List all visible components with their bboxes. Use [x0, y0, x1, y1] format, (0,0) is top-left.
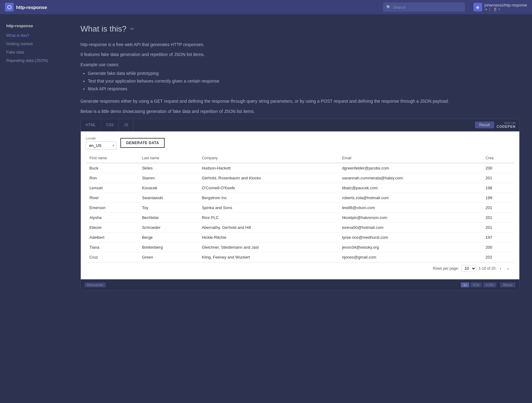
col-email: Email — [338, 153, 482, 163]
sidebar-item-repeating-data[interactable]: Repeating data (JSON) — [0, 56, 68, 65]
description: http-response is a free web API that gen… — [80, 41, 520, 58]
cell-first-name: River — [86, 193, 138, 203]
table-row: Eliezer Schroeder Abernathy, Gerhold and… — [86, 222, 514, 232]
cell-last-name: Swaniawski — [138, 193, 198, 203]
cell-company: Bergstrom Inc — [198, 193, 338, 203]
description-line2: It features fake data generation and rep… — [80, 51, 520, 58]
table-row: Lemuel Kovacek O'Connell-O'Keefe bbatz@p… — [86, 183, 514, 193]
rerun-button[interactable]: Rerun — [500, 282, 516, 287]
rows-per-page-select[interactable]: 10 20 50 — [461, 265, 476, 272]
codepen-embed: HTML CSS JS Result EDIT ON CODEPEN Local… — [80, 119, 520, 291]
scale-1x-button[interactable]: 1x — [461, 282, 469, 287]
locale-select[interactable]: en_US en_GB fr_FR — [86, 141, 117, 150]
search-input[interactable] — [393, 5, 462, 10]
page-title: What is this? — [80, 24, 127, 34]
table-head: First name Last name Company Email Crea — [86, 153, 514, 163]
cell-email: jevon34@wisoky.org — [338, 242, 482, 252]
table-row: Tiana Breitenberg Gleichner, Stiedemann … — [86, 242, 514, 252]
table-header-row: First name Last name Company Email Crea — [86, 153, 514, 163]
table-row: Emerson Toy Spinka and Sons lew88@olson.… — [86, 203, 514, 212]
page-info: 1-10 of 20 — [479, 266, 495, 271]
header-logo[interactable]: ⬡ http-response — [5, 3, 47, 11]
locale-row: Locale en_US en_GB fr_FR ▾ GENERATE DATA — [86, 136, 514, 150]
tab-html[interactable]: HTML — [81, 119, 101, 131]
cell-company: Hickle-Ritchie — [198, 232, 338, 242]
user-info[interactable]: ◆ johannesss/http-response ★ 1 🍴 0 — [474, 3, 527, 11]
generate-text: Generate responses either by using a GET… — [80, 98, 520, 105]
sidebar: http-response What is this? Getting star… — [0, 14, 68, 403]
cell-company: Rice PLC — [198, 212, 338, 222]
header-title: http-response — [16, 5, 47, 10]
cell-last-name: Bechtelar — [138, 212, 198, 222]
sidebar-item-getting-started[interactable]: Getting started — [0, 40, 68, 48]
sidebar-item-fake-data[interactable]: Fake data — [0, 48, 68, 56]
cell-created: 201 — [482, 203, 514, 212]
cell-email: njones@gmail.com — [338, 252, 482, 262]
locale-select-wrap: en_US en_GB fr_FR ▾ — [86, 141, 117, 150]
table-row: River Swaniawski Bergstrom Inc roberts.z… — [86, 193, 514, 203]
main-layout: http-response What is this? Getting star… — [0, 14, 532, 403]
cell-email: savannah.cummerata@haley.com — [338, 173, 482, 183]
bullet-list: Generate fake data while prototyping Tes… — [80, 70, 520, 93]
cell-last-name: Toy — [138, 203, 198, 212]
example-heading: Example use cases: — [80, 62, 520, 67]
cell-last-name: Schroeder — [138, 222, 198, 232]
cell-last-name: Green — [138, 252, 198, 262]
sidebar-item-what-is-this[interactable]: What is this? — [0, 31, 68, 40]
cell-email: roberts.zola@hotmail.com — [338, 193, 482, 203]
locale-field: Locale en_US en_GB fr_FR ▾ — [86, 136, 117, 150]
tab-css[interactable]: CSS — [101, 119, 119, 131]
cell-first-name: Ron — [86, 173, 138, 183]
cell-last-name: Kovacek — [138, 183, 198, 193]
codepen-header: HTML CSS JS Result EDIT ON CODEPEN — [81, 119, 519, 131]
cell-created: 201 — [482, 212, 514, 222]
cell-first-name: Buck — [86, 163, 138, 173]
cell-first-name: Emerson — [86, 203, 138, 212]
cell-company: Kling, Feeney and Wuckert — [198, 252, 338, 262]
pagination-row: Rows per page: 10 20 50 1-10 of 20 ‹ › — [86, 262, 514, 274]
edit-on-label: EDIT ON — [504, 122, 516, 125]
cell-company: O'Connell-O'Keefe — [198, 183, 338, 193]
col-company: Company — [198, 153, 338, 163]
table-row: Alysha Bechtelar Rice PLC hkoelpin@halvo… — [86, 212, 514, 222]
user-stars: ★ 1 — [485, 7, 491, 11]
tab-js[interactable]: JS — [119, 119, 133, 131]
cell-company: Hudson-Hackett — [198, 163, 338, 173]
table-row: Adelbert Berge Hickle-Ritchie tyree.rice… — [86, 232, 514, 242]
user-details: johannesss/http-response ★ 1 🍴 0 — [485, 3, 527, 11]
cell-created: 201 — [482, 173, 514, 183]
logo-icon: ⬡ — [5, 3, 14, 11]
edit-icon[interactable]: ✏ — [130, 26, 134, 32]
col-last-name: Last name — [138, 153, 198, 163]
next-page-button[interactable]: › — [505, 265, 511, 272]
col-created: Crea — [482, 153, 514, 163]
cell-company: Abernathy, Gerhold and Hill — [198, 222, 338, 232]
cell-first-name: Tiana — [86, 242, 138, 252]
scale-025x-button[interactable]: 0.25x — [483, 282, 496, 287]
generate-data-button[interactable]: GENERATE DATA — [120, 138, 165, 148]
cell-first-name: Lemuel — [86, 183, 138, 193]
cell-email: bbatz@paucek.com — [338, 183, 482, 193]
cell-email: dgreenfelder@jacobs.com — [338, 163, 482, 173]
codepen-branding: EDIT ON CODEPEN — [497, 122, 519, 128]
search-bar[interactable]: 🔍 — [383, 2, 465, 12]
table-row: Buck Skiles Hudson-Hackett dgreenfelder@… — [86, 163, 514, 173]
prev-page-button[interactable]: ‹ — [498, 265, 503, 272]
cell-created: 199 — [482, 193, 514, 203]
cell-created: 202 — [482, 252, 514, 262]
resources-badge[interactable]: Resources — [84, 282, 106, 287]
cell-last-name: Breitenberg — [138, 242, 198, 252]
cell-company: Gerhold, Rosenbaum and Klocko — [198, 173, 338, 183]
table-body: Buck Skiles Hudson-Hackett dgreenfelder@… — [86, 163, 514, 262]
description-line1: http-response is a free web API that gen… — [80, 41, 520, 49]
bullet-2: Test that your application behaves corre… — [88, 77, 520, 85]
tab-result[interactable]: Result — [475, 122, 494, 128]
cell-last-name: Stamm — [138, 173, 198, 183]
cell-first-name: Adelbert — [86, 232, 138, 242]
user-name: johannesss/http-response — [485, 3, 527, 7]
demo-content: Locale en_US en_GB fr_FR ▾ GENERATE DATA — [81, 131, 519, 279]
cell-created: 200 — [482, 163, 514, 173]
cell-first-name: Eliezer — [86, 222, 138, 232]
scale-05x-button[interactable]: 0.5x — [470, 282, 482, 287]
bullet-1: Generate fake data while prototyping — [88, 70, 520, 77]
